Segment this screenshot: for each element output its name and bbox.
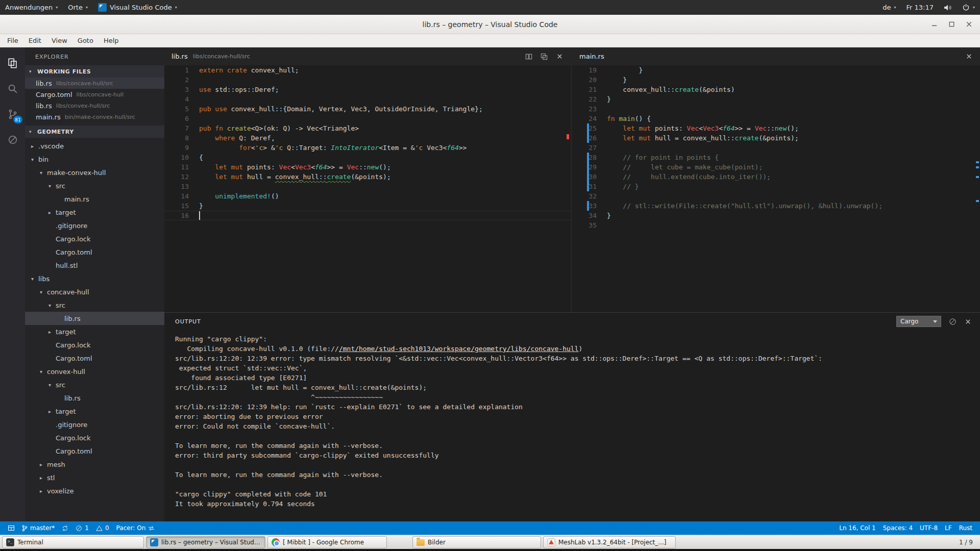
tree-folder-stl[interactable]: ▸stl [25,471,164,484]
code-line[interactable]: 19 } [572,65,980,75]
code-line[interactable]: 30 // hull.extend(cube.into_iter()); [572,172,980,182]
eol-setting[interactable]: LF [941,524,955,532]
code-line[interactable]: 35 [572,220,980,230]
tree-file-Cargo.lock[interactable]: Cargo.lock [25,338,164,352]
keyboard-layout-indicator[interactable]: de ▾ [877,0,901,15]
code-line[interactable]: 16 [164,211,571,220]
working-file-item[interactable]: lib.rslibs/convex-hull/src [25,100,164,111]
tree-folder-mesh[interactable]: ▸mesh [25,458,164,471]
workspace-pager[interactable]: 1 / 9 [954,539,978,546]
code-line[interactable]: 23 [572,104,980,114]
code-line[interactable]: 7pub fn create<Q>(ok: Q) -> Vec<Triangle… [164,123,571,133]
tree-file-Cargo.lock[interactable]: Cargo.lock [25,431,164,444]
app-window-menu[interactable]: Visual Studio Code ▾ [93,0,182,15]
taskbar-window-chrome[interactable]: [ Mibbit ] - Google Chrome [267,536,387,548]
close-editor-icon[interactable] [965,53,973,61]
menu-goto[interactable]: Goto [72,35,99,46]
volume-control[interactable] [939,0,957,15]
code-line[interactable]: 10{ [164,153,571,162]
sync-button[interactable] [58,521,72,535]
search-activity-button[interactable] [0,76,25,102]
tree-folder-convex-hull[interactable]: ▾convex-hull [25,365,164,378]
tree-file-main.rs[interactable]: main.rs [25,192,164,206]
clear-output-icon[interactable] [948,317,957,325]
tree-folder-src[interactable]: ▾src [25,298,164,312]
code-line[interactable]: 27 [572,143,980,153]
code-line[interactable]: 28 // for point in points { [572,153,980,162]
places-menu[interactable]: Orte ▾ [63,0,93,15]
tree-folder-libs[interactable]: ▾libs [25,272,164,285]
split-editor-icon[interactable] [525,53,533,61]
code-line[interactable]: 32 [572,191,980,201]
window-titlebar[interactable]: lib.rs – geometry – Visual Studio Code [0,15,980,34]
indentation-setting[interactable]: Spaces: 4 [879,524,916,532]
tree-file-lib.rs[interactable]: lib.rs [25,312,164,325]
menu-file[interactable]: File [2,35,23,46]
tree-folder-make-convex-hull[interactable]: ▾make-convex-hull [25,166,164,179]
working-file-item[interactable]: Cargo.tomllibs/concave-hull [25,89,164,100]
tree-folder-target[interactable]: ▸target [25,405,164,418]
code-line[interactable]: 11 let mut points: Vec<Vec3<f64>> = Vec:… [164,162,571,172]
tree-folder-voxelize[interactable]: ▸voxelize [25,484,164,497]
close-window-button[interactable] [965,20,973,29]
git-activity-button[interactable]: 81 [0,102,25,127]
close-panel-icon[interactable] [964,317,972,325]
code-line[interactable]: 3use std::ops::Deref; [164,85,571,94]
code-line[interactable]: 5pub use convex_hull::{Domain, Vertex, V… [164,104,571,114]
tree-file-.gitignore[interactable]: .gitignore [25,219,164,232]
working-file-item[interactable]: lib.rslibs/concave-hull/src [25,78,164,89]
tree-file-Cargo.toml[interactable]: Cargo.toml [25,444,164,458]
tree-folder-bin[interactable]: ▾bin [25,153,164,166]
tree-file-lib.rs[interactable]: lib.rs [25,391,164,405]
pacer-status[interactable]: Pacer: On [113,521,159,535]
code-line[interactable]: 12 let mut hull = convex_hull::create(&p… [164,172,571,182]
tree-file-Cargo.toml[interactable]: Cargo.toml [25,352,164,365]
taskbar-window-terminal[interactable]: Terminal [2,536,144,548]
warning-count[interactable]: 0 [92,521,113,535]
code-line[interactable]: 1extern crate convex_hull; [164,65,571,75]
working-file-item[interactable]: main.rsbin/make-convex-hull/src [25,111,164,122]
tree-file-.gitignore[interactable]: .gitignore [25,418,164,431]
menu-help[interactable]: Help [99,35,124,46]
code-line[interactable]: 29 // let cube = make_cube(point); [572,162,980,172]
language-mode[interactable]: Rust [955,524,976,532]
maximize-button[interactable] [947,20,955,29]
code-line[interactable]: 33 // stl::write(File::create("hull.stl"… [572,201,980,211]
menu-edit[interactable]: Edit [23,35,46,46]
tree-folder-target[interactable]: ▸target [25,325,164,338]
code-line[interactable]: 9 for<'c> &'c Q::Target: IntoIterator<It… [164,143,571,153]
code-line[interactable]: 21 convex_hull::create(&points) [572,85,980,94]
tree-folder-concave-hull[interactable]: ▾concave-hull [25,285,164,298]
tree-file-Cargo.toml[interactable]: Cargo.toml [25,245,164,259]
tree-folder-src[interactable]: ▾src [25,378,164,391]
code-line[interactable]: 31 // } [572,182,980,191]
menu-view[interactable]: View [46,35,72,46]
tree-file-hull.stl[interactable]: hull.stl [25,259,164,272]
code-editor-lib-rs[interactable]: 1extern crate convex_hull;23use std::ops… [164,65,571,312]
debug-activity-button[interactable] [0,127,25,153]
code-line[interactable]: 8 where Q: Deref, [164,133,571,143]
applications-menu[interactable]: Anwendungen ▾ [0,0,63,15]
power-menu[interactable]: ▾ [957,0,980,15]
code-line[interactable]: 24fn main() { [572,114,980,123]
code-line[interactable]: 22} [572,94,980,104]
code-line[interactable]: 2 [164,75,571,85]
code-line[interactable]: 6 [164,114,571,123]
taskbar-window-vscode[interactable]: lib.rs – geometry – Visual Studio ... [146,536,265,548]
open-changes-icon[interactable] [540,53,548,61]
output-link[interactable]: /mnt/home/stud-sech1013/workspace/geomet… [339,345,579,353]
output-channel-select[interactable]: Cargo [896,316,941,327]
code-line[interactable]: 34} [572,211,980,220]
tree-file-Cargo.lock[interactable]: Cargo.lock [25,232,164,245]
clock[interactable]: Fr 13:17 [901,0,939,15]
tree-folder-.vscode[interactable]: ▸.vscode [25,139,164,153]
working-files-section-header[interactable]: ▾ WORKING FILES [25,65,164,78]
code-line[interactable]: 14 unimplemented!() [164,191,571,201]
explorer-activity-button[interactable] [0,51,25,76]
cursor-position[interactable]: Ln 16, Col 1 [836,524,879,532]
code-line[interactable]: 25 let mut points: Vec<Vec3<f64>> = Vec:… [572,123,980,133]
window-grid-icon[interactable] [4,521,18,535]
project-section-header[interactable]: ▾ GEOMETRY [25,126,164,138]
tree-folder-src[interactable]: ▾src [25,179,164,192]
error-count[interactable]: 1 [72,521,92,535]
